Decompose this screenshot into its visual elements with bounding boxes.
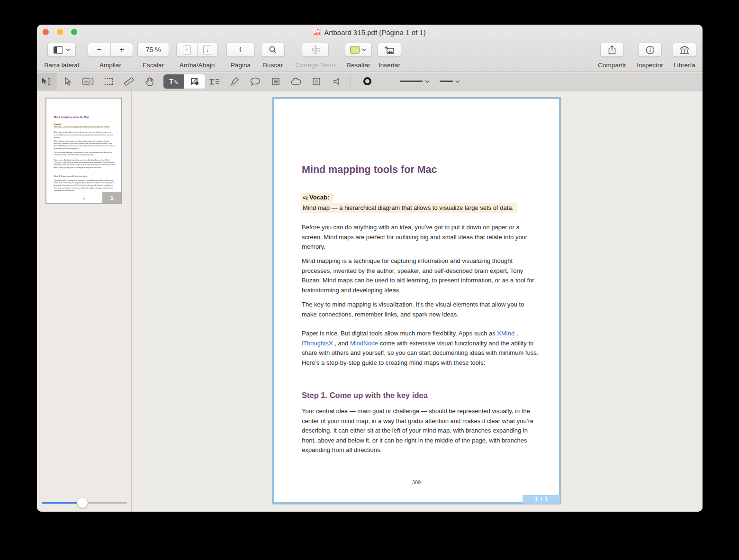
select-area-tool[interactable] (99, 72, 117, 90)
link-mindnode: MindNode (66, 162, 74, 163)
svg-text:8: 8 (315, 79, 318, 84)
pdf-file-icon: PDF (314, 28, 321, 37)
color-well[interactable] (358, 72, 376, 90)
add-text-tool[interactable]: T (206, 72, 224, 90)
toolbar-group-insert: Insertar (378, 43, 401, 57)
link-mindnode[interactable]: MindNode (350, 340, 378, 347)
insert-button-label: Insertar (379, 62, 400, 69)
search-button-label: Buscar (263, 62, 283, 69)
paragraph-4-text: , and (333, 340, 350, 347)
measure-tool[interactable] (120, 72, 138, 90)
annotation-toolbar: Ab (37, 72, 703, 90)
page-number-field[interactable]: 1 (226, 43, 255, 57)
document-title: Mind mapping tools for Mac (54, 116, 89, 119)
pen-tool[interactable] (225, 72, 243, 90)
section-heading: Step 1. Come up with the key idea (302, 391, 428, 400)
sidebar-button-label: Barra lateral (44, 62, 79, 69)
redact-tool[interactable] (184, 74, 205, 89)
vocab-label: Vocab: (56, 123, 61, 125)
comment-tool[interactable] (246, 72, 264, 90)
insert-image-icon (384, 45, 395, 54)
toolbar-group-inspector: Inspector (638, 43, 662, 57)
note-tool[interactable] (267, 72, 285, 90)
page-footer-number: 309 (274, 479, 559, 485)
select-text-icon (41, 77, 52, 86)
page-body-thumbnail-clone: Mind mapping tools for Mac <zVocab: Mind… (46, 99, 121, 204)
paragraph-4-text: , and (62, 162, 66, 163)
window-title-row: PDF Artboard 315.pdf (Página 1 of 1) (37, 27, 703, 37)
paragraph-1: Before you can do anything with an idea,… (302, 223, 539, 252)
share-button[interactable] (600, 43, 624, 57)
svg-text:T: T (209, 78, 214, 85)
toolbar-group-page: 1 Página (226, 43, 255, 57)
stroke-width-dropdown[interactable] (434, 72, 465, 90)
link-ithoughtsx[interactable]: iThoughtsX (302, 340, 333, 347)
page-down-button[interactable]: ↓ (197, 43, 217, 56)
arrow-up-icon: ↑ (183, 45, 191, 54)
fix-text-button (302, 43, 329, 57)
link-xmind[interactable]: XMind (497, 330, 514, 337)
hand-icon (145, 77, 154, 86)
inspector-button[interactable] (638, 43, 662, 57)
select-text-tool[interactable] (37, 72, 56, 90)
slider-fill (42, 502, 82, 504)
arrow-down-icon: ↓ (203, 45, 211, 54)
toolbar-group-updown: ↑ ↓ Arriba/Abajo (176, 43, 218, 57)
updown-button-label: Arriba/Abajo (180, 62, 215, 69)
pan-tool[interactable] (140, 72, 158, 90)
paragraph-4-text: , (109, 159, 110, 161)
page-count-overlay: 1 / 1 (523, 495, 560, 504)
thumbnail-zoom-slider-knob[interactable] (77, 497, 88, 508)
paragraph-4: Paper is nice. But digital tools allow m… (302, 329, 539, 368)
cloud-icon (290, 77, 302, 86)
scale-value: 75 % (146, 46, 161, 54)
thumbnails-sidebar: Mind mapping tools for Mac <zVocab: Mind… (37, 90, 132, 512)
vocab-label: Vocab: (309, 194, 329, 201)
paragraph-4-text: Paper is nice. But digital tools allow m… (302, 330, 497, 337)
cloud-stamp-tool[interactable] (287, 72, 305, 90)
highlight-color-button[interactable] (345, 43, 372, 57)
fix-text-icon (311, 45, 320, 54)
highlight-text-tool-active[interactable]: T ✎ (163, 74, 184, 89)
toolbar-group-share: Compartir (600, 43, 624, 57)
vocab-label-highlight: <zVocab: (54, 123, 62, 126)
paragraph-2: Mind mapping is a technique for capturin… (54, 140, 116, 150)
link-tool[interactable]: 8 (307, 72, 325, 90)
sidebar-toggle-button[interactable] (47, 43, 76, 57)
zoom-in-button[interactable]: + (110, 43, 133, 56)
chevron-down-icon (362, 48, 367, 51)
paragraph-1: Before you can do anything with an idea,… (54, 131, 116, 138)
markup-segmented-control: T ✎ (163, 74, 205, 89)
scale-value-button[interactable]: 75 % (137, 43, 169, 57)
page-body: Mind mapping tools for Mac <zVocab: Mind… (274, 99, 559, 502)
vocab-glyph-icon: <z (54, 124, 55, 125)
sound-tool[interactable] (328, 72, 346, 90)
search-button[interactable] (261, 43, 285, 57)
window-header: PDF Artboard 315.pdf (Página 1 of 1) Bar… (37, 25, 703, 72)
vocab-definition-highlight: Mind map — a hierarchical diagram that a… (301, 203, 517, 213)
chevron-down-icon (425, 80, 430, 83)
page-up-button[interactable]: ↑ (177, 43, 197, 56)
page-button-label: Página (231, 62, 251, 69)
select-area-icon (105, 78, 113, 85)
page-number-value: 1 (239, 46, 243, 54)
vocab-glyph-icon: <z (303, 195, 307, 200)
pointer-icon (64, 77, 72, 86)
library-button[interactable] (673, 43, 696, 57)
page-thumbnail[interactable]: Mind mapping tools for Mac <zVocab: Mind… (45, 98, 122, 204)
link-icon: 8 (312, 77, 321, 86)
pointer-tool[interactable] (59, 72, 77, 90)
desktop-background: PDF Artboard 315.pdf (Página 1 of 1) Bar… (0, 0, 739, 560)
info-icon (646, 45, 655, 54)
edit-text-tool[interactable]: Ab (79, 72, 97, 90)
insert-button[interactable] (378, 43, 401, 57)
vocab-definition-highlight: Mind map — a hierarchical diagram that a… (54, 126, 110, 128)
zoom-out-button[interactable]: − (88, 43, 110, 56)
paragraph-3: The key to mind mapping is visualization… (54, 151, 116, 156)
toolbar-group-library: Librería (673, 43, 696, 57)
share-icon (608, 45, 616, 54)
zoom-button-label: Ampliar (99, 62, 121, 69)
toolbar-group-fix-text: Corregir Texto (302, 43, 329, 57)
stroke-style-dropdown[interactable] (393, 72, 436, 90)
toolbar-group-search: Buscar (261, 43, 285, 57)
